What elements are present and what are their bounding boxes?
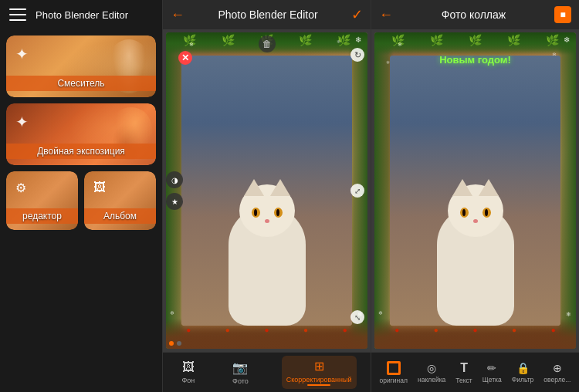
middle-bottom-toolbar: 🖼 Фон 📷 Фото ⊞ Скорректированный [163, 352, 371, 392]
right-header: ← Фото коллаж ■ [371, 0, 579, 29]
active-underline [307, 384, 330, 386]
side-toolbar: ◑ ★ [166, 171, 183, 210]
scale-handle-br[interactable]: ⤡ [350, 310, 364, 324]
editor-icon: ⚙ [15, 181, 26, 195]
middle-confirm-button[interactable]: ✓ [351, 6, 363, 23]
photo-frame-middle: 🌿 🌿 🌿 🌿 🌿 ● ● ● ● ● ❄ ❄ ❄ [166, 32, 367, 349]
middle-canvas: 🌿 🌿 🌿 🌿 🌿 ● ● ● ● ● ❄ ❄ ❄ [163, 29, 371, 352]
double-exp-icon: ✦ [15, 113, 29, 131]
menu-items: ✦ Смеситель ✦ Двойная экспозиция ⚙ редак [0, 29, 162, 236]
filter-label: Фильтр [512, 376, 534, 384]
new-year-text: Новым годом! [439, 54, 511, 66]
middle-header: ← Photo Blender Editor ✓ [163, 0, 371, 29]
sticker-label: наклейка [418, 376, 445, 384]
blend-button[interactable]: ◑ [166, 171, 183, 188]
corrected-icon: ⊞ [314, 359, 324, 373]
dot-active [169, 341, 174, 346]
cat-photo-middle [181, 56, 352, 326]
tool-corrected[interactable]: ⊞ Скорректированный [282, 356, 357, 389]
middle-back-button[interactable]: ← [171, 8, 185, 22]
filter-icon: 🔒 [516, 362, 530, 374]
scale-handle-right[interactable]: ⤢ [350, 184, 364, 198]
sticker-icon: ◎ [427, 362, 436, 374]
bg-label: Фон [181, 377, 195, 384]
rtool-brush[interactable]: ✏ Щетка [479, 360, 505, 386]
original-label: оригинал [380, 377, 408, 384]
rtool-original[interactable]: оригинал [377, 359, 411, 387]
right-title: Фото коллаж [399, 8, 548, 21]
rotate-handle[interactable]: ↻ [350, 48, 364, 62]
star-button[interactable]: ★ [166, 193, 183, 210]
middle-panel: ← Photo Blender Editor ✓ 🌿 🌿 🌿 🌿 🌿 [162, 0, 371, 392]
overlay-icon: ⊕ [553, 362, 562, 374]
left-header: Photo Blender Editor [0, 0, 162, 29]
rtool-overlay[interactable]: ⊕ оверле... [540, 360, 574, 386]
app-title-left: Photo Blender Editor [36, 9, 128, 21]
bg-icon: 🖼 [182, 360, 195, 374]
dot-inactive-1 [177, 341, 181, 346]
rtool-sticker[interactable]: ◎ наклейка [415, 360, 449, 386]
cat-photo-right [390, 56, 560, 326]
brush-icon: ✏ [487, 362, 496, 374]
overlay-label: оверле... [543, 376, 571, 384]
right-panel: ← Фото коллаж ■ 🌿 🌿 🌿 🌿 🌿 [371, 0, 579, 392]
right-canvas: 🌿 🌿 🌿 🌿 🌿 ● ● ● ● ● ❄ ❄ ❄ [371, 29, 579, 352]
middle-title: Photo Blender Editor [191, 8, 345, 21]
delete-button[interactable]: 🗑 [259, 35, 276, 52]
right-action-icon: ■ [560, 9, 565, 20]
sidebar-item-album[interactable]: 🖼 Альбом [84, 171, 156, 230]
sidebar-item-double-exp[interactable]: ✦ Двойная экспозиция [6, 103, 156, 165]
tool-bg[interactable]: 🖼 Фон [177, 357, 199, 387]
hamburger-icon[interactable] [9, 8, 26, 21]
mixer-icon: ✦ [15, 45, 29, 63]
sidebar-item-mixer[interactable]: ✦ Смеситель [6, 35, 156, 97]
original-icon [387, 361, 401, 375]
right-bottom-toolbar: оригинал ◎ наклейка T Текст ✏ Щетка 🔒 Фи… [371, 352, 579, 392]
editor-label: редактор [6, 208, 78, 224]
album-icon: 🖼 [93, 181, 106, 194]
mixer-label: Смеситель [6, 76, 156, 91]
text-icon: T [460, 361, 468, 375]
rtool-text[interactable]: T Текст [452, 359, 475, 387]
corrected-label: Скорректированный [286, 376, 352, 384]
left-panel: Photo Blender Editor ✦ Смеситель ✦ Двойн… [0, 0, 162, 392]
text-label: Текст [455, 377, 472, 384]
right-action-button[interactable]: ■ [554, 6, 571, 23]
photo-frame-right: 🌿 🌿 🌿 🌿 🌿 ● ● ● ● ● ❄ ❄ ❄ [374, 32, 576, 349]
close-handle[interactable]: ✕ [178, 51, 192, 65]
double-exp-label: Двойная экспозиция [6, 144, 156, 159]
brush-label: Щетка [482, 376, 502, 384]
album-label: Альбом [84, 208, 156, 224]
photo-label: Фото [232, 377, 249, 385]
right-back-button[interactable]: ← [379, 8, 393, 22]
dot-indicators [169, 341, 181, 346]
tool-photo[interactable]: 📷 Фото [228, 357, 253, 388]
rtool-filter[interactable]: 🔒 Фильтр [509, 360, 537, 386]
sidebar-item-editor[interactable]: ⚙ редактор [6, 171, 78, 230]
photo-icon: 📷 [232, 360, 248, 375]
menu-item-small-row: ⚙ редактор 🖼 Альбом [6, 171, 156, 230]
